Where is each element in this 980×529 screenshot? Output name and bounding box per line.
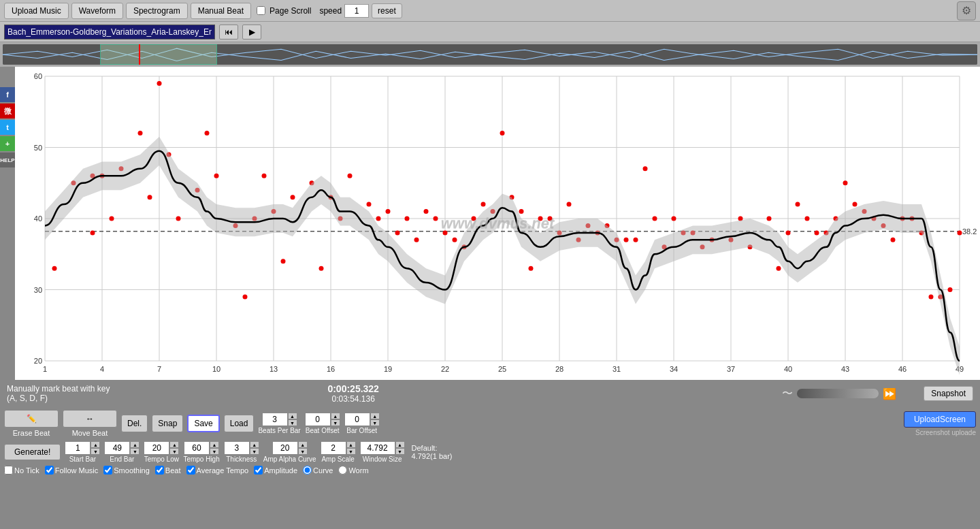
upload-music-button[interactable]: Upload Music (4, 3, 69, 19)
default-info: Default: (412, 444, 438, 452)
chart-canvas[interactable] (15, 67, 980, 380)
save-button[interactable]: Save (187, 415, 219, 432)
volume-slider[interactable] (797, 389, 879, 398)
forward-icon[interactable]: ⏩ (883, 387, 896, 400)
amp-scale-up[interactable]: ▲ (346, 441, 356, 448)
start-bar-label: Start Bar (69, 455, 96, 463)
follow-music-checkbox[interactable] (45, 466, 54, 475)
curve-radio[interactable] (303, 466, 312, 475)
window-size-up[interactable]: ▲ (395, 441, 405, 448)
bar-offset-up[interactable]: ▲ (370, 413, 380, 419)
amplitude-label[interactable]: Amplitude (254, 466, 297, 475)
amp-scale-input[interactable] (321, 441, 346, 455)
end-bar-input[interactable] (104, 441, 130, 455)
tempo-low-down[interactable]: ▼ (169, 448, 179, 455)
amp-alpha-down[interactable]: ▼ (298, 448, 308, 455)
chart-wrapper: www.dvmus.net (15, 67, 980, 380)
start-bar-spinners[interactable]: ▲ ▼ (91, 441, 100, 455)
tempo-high-up[interactable]: ▲ (210, 441, 219, 448)
help-button[interactable]: HELP (0, 153, 15, 167)
amp-alpha-input[interactable] (272, 441, 298, 455)
amp-alpha-spinners[interactable]: ▲ ▼ (298, 441, 308, 455)
overview-inner[interactable] (3, 44, 977, 65)
beat-offset-spinners[interactable]: ▲ ▼ (331, 413, 340, 426)
window-size-input[interactable] (360, 441, 395, 455)
waveform-button[interactable]: Waveform (71, 3, 123, 19)
amp-alpha-group: ▲ ▼ Amp Alpha Curve (263, 441, 316, 463)
bar-offset-down[interactable]: ▼ (370, 419, 380, 426)
beats-per-bar-down[interactable]: ▼ (288, 419, 297, 426)
no-tick-label[interactable]: No Tick (4, 466, 39, 475)
spectrogram-button[interactable]: Spectrogram (126, 3, 188, 19)
smoothing-label[interactable]: Smoothing (103, 466, 150, 475)
del-button[interactable]: Del. (121, 415, 148, 432)
window-size-spinners[interactable]: ▲ ▼ (395, 441, 405, 455)
tempo-low-input[interactable] (144, 441, 169, 455)
window-size-group: ▲ ▼ Window Size (360, 441, 405, 463)
erase-beat-button[interactable]: ✏️ (4, 410, 59, 428)
weibo-button[interactable]: 微 (0, 103, 15, 118)
reset-button[interactable]: reset (372, 3, 402, 18)
start-bar-up[interactable]: ▲ (91, 441, 100, 448)
beat-offset-up[interactable]: ▲ (331, 413, 340, 419)
end-bar-up[interactable]: ▲ (130, 441, 140, 448)
beat-offset-input[interactable] (305, 413, 331, 426)
thickness-down[interactable]: ▼ (250, 448, 259, 455)
tempo-high-input[interactable] (184, 441, 210, 455)
page-scroll-checkbox[interactable] (257, 6, 265, 15)
load-button[interactable]: Load (224, 415, 255, 432)
snap-button[interactable]: Snap (152, 415, 183, 432)
amp-scale-down[interactable]: ▼ (346, 448, 356, 455)
overview-viewport[interactable] (100, 44, 217, 65)
curve-label[interactable]: Curve (303, 466, 333, 475)
manual-beat-button[interactable]: Manual Beat (191, 3, 251, 19)
worm-label[interactable]: Worm (338, 466, 368, 475)
facebook-button[interactable]: f (0, 87, 15, 102)
end-bar-spinners[interactable]: ▲ ▼ (130, 441, 140, 455)
worm-radio[interactable] (338, 466, 347, 475)
move-beat-button[interactable]: ↔️ (63, 410, 117, 428)
start-bar-input[interactable] (65, 441, 91, 455)
bar-offset-spinners[interactable]: ▲ ▼ (370, 413, 380, 426)
beat-label[interactable]: Beat (155, 466, 181, 475)
tempo-high-down[interactable]: ▼ (210, 448, 219, 455)
bar-offset-input[interactable] (344, 413, 370, 426)
average-tempo-checkbox[interactable] (186, 466, 195, 475)
average-tempo-label[interactable]: Average Tempo (186, 466, 249, 475)
keys-text: (A, S, D, F) (7, 394, 110, 403)
rewind-button[interactable]: ⏮ (219, 25, 238, 39)
tempo-low-up[interactable]: ▲ (169, 441, 179, 448)
beats-per-bar-spinners[interactable]: ▲ ▼ (288, 413, 297, 426)
thickness-up[interactable]: ▲ (250, 441, 259, 448)
twitter-button[interactable]: t (0, 120, 15, 135)
no-tick-checkbox[interactable] (4, 466, 13, 475)
play-button[interactable]: ▶ (242, 25, 261, 39)
tempo-low-spinners[interactable]: ▲ ▼ (169, 441, 179, 455)
thickness-group: ▲ ▼ Thickness (224, 441, 259, 463)
amp-alpha-up[interactable]: ▲ (298, 441, 308, 448)
filename-input[interactable] (4, 25, 215, 39)
end-bar-down[interactable]: ▼ (130, 448, 140, 455)
snapshot-button[interactable]: Snapshot (924, 386, 973, 401)
bar-offset-group: ▲ ▼ Bar Offset (344, 413, 380, 434)
amp-scale-spinners[interactable]: ▲ ▼ (346, 441, 356, 455)
beats-per-bar-input[interactable] (262, 413, 288, 426)
beat-checkbox[interactable] (155, 466, 164, 475)
generate-button[interactable]: Generate! (4, 444, 61, 460)
window-size-down[interactable]: ▼ (395, 448, 405, 455)
follow-music-label[interactable]: Follow Music (45, 466, 99, 475)
speed-input[interactable] (344, 4, 369, 18)
tempo-high-spinners[interactable]: ▲ ▼ (210, 441, 219, 455)
beat-offset-down[interactable]: ▼ (331, 419, 340, 426)
smoothing-checkbox[interactable] (103, 466, 112, 475)
page-scroll-area: Page Scroll (257, 6, 311, 16)
upload-screen-button[interactable]: UploadScreen (904, 411, 976, 428)
start-bar-down[interactable]: ▼ (91, 448, 100, 455)
settings-icon[interactable]: ⚙ (957, 1, 976, 20)
thickness-spinners[interactable]: ▲ ▼ (250, 441, 259, 455)
add-button[interactable]: + (0, 136, 15, 151)
time-total: 0:03:54.136 (331, 394, 374, 404)
thickness-input[interactable] (224, 441, 250, 455)
amplitude-checkbox[interactable] (254, 466, 263, 475)
beats-per-bar-up[interactable]: ▲ (288, 413, 297, 419)
